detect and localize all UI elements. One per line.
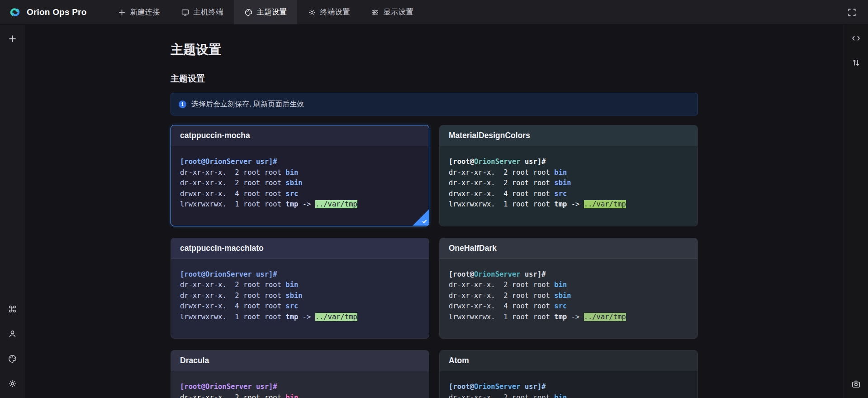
prompt-host: OrionServer <box>474 158 521 166</box>
nav-item-label: 主题设置 <box>256 7 286 17</box>
nav-item-theme-settings[interactable]: 主题设置 <box>234 0 297 24</box>
brand: Orion Ops Pro <box>0 5 95 19</box>
file-entry: dr-xr-xr-x. 2 root root <box>449 179 554 187</box>
file-entry: drwxr-xr-x. 4 root root <box>449 302 554 310</box>
camera-icon[interactable] <box>849 376 864 392</box>
info-alert: i 选择后会立刻保存, 刷新页面后生效 <box>171 93 698 115</box>
dir-name: bin <box>554 393 567 398</box>
file-entry: lrwxrwxrwx. 1 root root <box>449 313 554 321</box>
code-icon[interactable] <box>849 30 864 46</box>
command-icon[interactable] <box>5 301 20 316</box>
dir-name: src <box>554 302 567 310</box>
arrow-text: -> <box>567 200 583 208</box>
file-entry: lrwxrwxrwx. 1 root root <box>449 200 554 208</box>
theme-card-title: Dracula <box>171 350 429 371</box>
dir-name: src <box>285 190 298 198</box>
symlink-name: tmp <box>285 200 298 208</box>
theme-card-title: MaterialDesignColors <box>440 125 697 146</box>
arrow-text: -> <box>567 313 583 321</box>
dir-name: bin <box>285 281 298 289</box>
prompt-text: [root@ <box>180 383 205 391</box>
dir-name: src <box>554 190 567 198</box>
prompt-text: [root@ <box>180 158 205 166</box>
symlink-target: ../var/tmp <box>315 200 357 208</box>
plus-icon <box>118 9 126 16</box>
file-entry: dr-xr-xr-x. 2 root root <box>449 292 554 300</box>
prompt-host: OrionServer <box>205 383 252 391</box>
section-title: 主题设置 <box>171 73 698 85</box>
terminal-preview: [root@OrionServer usr]# dr-xr-xr-x. 2 ro… <box>440 146 697 226</box>
terminal-preview: [root@OrionServer usr]# dr-xr-xr-x. 2 ro… <box>440 259 697 339</box>
file-entry: dr-xr-xr-x. 2 root root <box>449 393 554 398</box>
file-entry: dr-xr-xr-x. 2 root root <box>180 168 285 177</box>
sliders-icon <box>371 9 379 16</box>
nav-item-label: 终端设置 <box>320 7 350 17</box>
file-entry: dr-xr-xr-x. 2 root root <box>180 281 285 289</box>
theme-card-catppuccin-mocha[interactable]: catppuccin-mocha [root@OrionServer usr]#… <box>171 125 429 226</box>
prompt-host: OrionServer <box>474 383 521 391</box>
topbar: Orion Ops Pro 新建连接 主机终端 主题设置 终端设置 显示设置 <box>0 0 868 25</box>
theme-card-onehalfdark[interactable]: OneHalfDark [root@OrionServer usr]# dr-x… <box>439 238 698 339</box>
prompt-text: [root@ <box>180 270 205 278</box>
prompt-host: OrionServer <box>205 158 252 166</box>
prompt-text: usr]# <box>252 270 277 278</box>
prompt-text: usr]# <box>521 270 546 278</box>
theme-card-dracula[interactable]: Dracula [root@OrionServer usr]# dr-xr-xr… <box>171 350 429 398</box>
gear-icon <box>308 9 316 16</box>
fullscreen-icon[interactable] <box>844 5 859 20</box>
sort-icon[interactable] <box>849 55 864 70</box>
dir-name: bin <box>554 168 567 177</box>
terminal-preview: [root@OrionServer usr]# dr-xr-xr-x. 2 ro… <box>171 371 429 398</box>
nav-item-display-settings[interactable]: 显示设置 <box>360 0 424 24</box>
prompt-text: [root@ <box>449 158 474 166</box>
theme-grid: catppuccin-mocha [root@OrionServer usr]#… <box>171 125 698 398</box>
nav-item-new-connection[interactable]: 新建连接 <box>107 0 171 24</box>
theme-card-atom[interactable]: Atom [root@OrionServer usr]# dr-xr-xr-x.… <box>439 350 698 398</box>
symlink-target: ../var/tmp <box>584 313 626 321</box>
prompt-text: [root@ <box>449 270 474 278</box>
dir-name: bin <box>285 393 298 398</box>
terminal-preview: [root@OrionServer usr]# dr-xr-xr-x. 2 ro… <box>440 371 697 398</box>
top-nav: 新建连接 主机终端 主题设置 终端设置 显示设置 <box>107 0 424 24</box>
file-entry: drwxr-xr-x. 4 root root <box>449 190 554 198</box>
left-rail <box>0 25 25 398</box>
user-icon[interactable] <box>5 326 20 341</box>
file-entry: dr-xr-xr-x. 2 root root <box>449 281 554 289</box>
theme-card-materialdesigncolors[interactable]: MaterialDesignColors [root@OrionServer u… <box>439 125 698 226</box>
file-entry: lrwxrwxrwx. 1 root root <box>180 200 285 208</box>
settings-gear-icon[interactable] <box>5 376 20 391</box>
prompt-host: OrionServer <box>474 270 521 278</box>
prompt-host: OrionServer <box>205 270 252 278</box>
file-entry: dr-xr-xr-x. 2 root root <box>180 393 285 398</box>
file-entry: dr-xr-xr-x. 2 root root <box>449 168 554 177</box>
app-title: Orion Ops Pro <box>27 7 86 17</box>
dir-name: sbin <box>285 179 302 187</box>
theme-card-catppuccin-macchiato[interactable]: catppuccin-macchiato [root@OrionServer u… <box>171 238 429 339</box>
symlink-name: tmp <box>285 313 298 321</box>
alert-text: 选择后会立刻保存, 刷新页面后生效 <box>191 100 304 109</box>
arrow-text: -> <box>298 200 315 208</box>
nav-item-terminal-settings[interactable]: 终端设置 <box>297 0 360 24</box>
arrow-text: -> <box>298 313 315 321</box>
file-entry: dr-xr-xr-x. 2 root root <box>180 179 285 187</box>
info-icon: i <box>179 101 186 108</box>
file-entry: dr-xr-xr-x. 2 root root <box>180 292 285 300</box>
prompt-text: [root@ <box>449 383 474 391</box>
prompt-text: usr]# <box>521 383 546 391</box>
theme-card-title: Atom <box>440 350 697 371</box>
theme-palette-icon[interactable] <box>5 351 20 366</box>
dir-name: src <box>285 302 298 310</box>
palette-icon <box>245 9 252 16</box>
nav-item-host-terminal[interactable]: 主机终端 <box>171 0 234 24</box>
monitor-icon <box>181 9 189 16</box>
prompt-text: usr]# <box>521 158 546 166</box>
dir-name: sbin <box>554 179 571 187</box>
file-entry: drwxr-xr-x. 4 root root <box>180 190 285 198</box>
add-icon[interactable] <box>5 31 20 46</box>
nav-item-label: 主机终端 <box>193 7 223 17</box>
symlink-target: ../var/tmp <box>315 313 357 321</box>
dir-name: bin <box>285 168 298 177</box>
dir-name: sbin <box>285 292 302 300</box>
nav-item-label: 新建连接 <box>130 7 160 17</box>
dir-name: sbin <box>554 292 571 300</box>
